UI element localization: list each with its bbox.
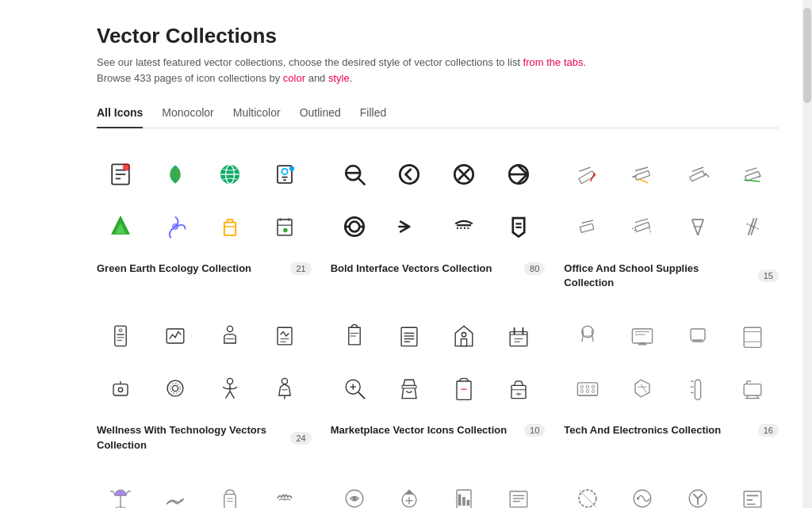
svg-point-141 xyxy=(587,386,590,389)
icon-cell xyxy=(97,203,144,250)
icon-cell xyxy=(331,475,378,508)
tab-multicolor[interactable]: Multicolor xyxy=(233,101,281,128)
svg-line-114 xyxy=(358,393,364,399)
collection-name: Bold Interface Vectors Collection xyxy=(331,262,518,276)
svg-rect-119 xyxy=(511,386,526,399)
icon-cell xyxy=(331,203,378,250)
subtitle-line1: See our latest featured vector collectio… xyxy=(97,56,586,68)
svg-point-4 xyxy=(123,164,130,171)
icon-cell xyxy=(385,312,433,360)
svg-line-63 xyxy=(582,220,593,223)
svg-point-90 xyxy=(173,386,178,392)
svg-line-53 xyxy=(638,178,649,182)
tab-monocolor[interactable]: Monocolor xyxy=(162,101,213,128)
svg-rect-101 xyxy=(401,328,417,346)
svg-point-26 xyxy=(284,228,288,232)
svg-point-107 xyxy=(462,333,465,337)
icon-cell xyxy=(206,151,254,198)
icon-cell xyxy=(206,312,254,360)
tab-all-icons[interactable]: All Icons xyxy=(97,101,143,128)
svg-rect-80 xyxy=(167,329,184,343)
icon-cell xyxy=(440,365,488,412)
icon-cell xyxy=(674,312,722,360)
svg-line-70 xyxy=(698,220,703,235)
collection-name: Green Earth Ecology Collection xyxy=(97,262,284,276)
svg-point-144 xyxy=(592,390,596,393)
svg-rect-62 xyxy=(580,223,595,232)
svg-line-59 xyxy=(745,168,756,172)
collection-footer: Green Earth Ecology Collection 21 xyxy=(97,262,312,276)
collection-name: Tech And Electronics Collection xyxy=(564,423,751,437)
svg-line-201 xyxy=(580,490,597,507)
icon-cell xyxy=(261,203,308,250)
svg-point-76 xyxy=(119,329,122,332)
svg-line-65 xyxy=(635,219,648,223)
icon-cell xyxy=(151,203,199,250)
svg-rect-127 xyxy=(633,329,653,343)
svg-rect-150 xyxy=(744,384,761,395)
icon-cell xyxy=(97,151,144,198)
svg-point-142 xyxy=(587,390,590,393)
subtitle-line2: Browse 433 pages of icon collections by … xyxy=(97,72,352,84)
collection-footer: Marketplace Vector Icons Collection 10 xyxy=(331,423,546,437)
icon-cell xyxy=(495,312,542,360)
tab-filled[interactable]: Filled xyxy=(360,101,386,128)
collection-card: Interface Vectors Collection xyxy=(331,475,546,508)
svg-point-87 xyxy=(118,388,122,392)
svg-point-96 xyxy=(282,379,288,384)
svg-point-10 xyxy=(282,169,288,174)
svg-point-143 xyxy=(592,386,596,389)
icon-cell xyxy=(261,151,308,198)
icon-cell xyxy=(206,203,254,250)
svg-line-95 xyxy=(230,392,234,399)
collection-count: 10 xyxy=(524,424,545,437)
svg-line-60 xyxy=(758,176,761,178)
collection-count: 15 xyxy=(758,269,779,282)
svg-rect-132 xyxy=(691,329,705,340)
svg-rect-54 xyxy=(689,171,704,181)
icon-cell xyxy=(440,203,488,250)
icon-cell xyxy=(619,475,666,508)
collection-card: Mixed Icons Collection xyxy=(564,475,779,508)
icon-cell xyxy=(97,312,144,360)
icon-cell xyxy=(674,365,722,412)
icon-cell xyxy=(385,365,433,412)
svg-line-47 xyxy=(580,167,591,171)
svg-rect-184 xyxy=(510,491,527,507)
collections-grid: Green Earth Ecology Collection 21 xyxy=(97,151,779,508)
icon-cell xyxy=(495,151,542,198)
svg-rect-17 xyxy=(224,223,236,235)
scrollbar-thumb[interactable] xyxy=(803,8,811,103)
scrollbar[interactable] xyxy=(802,0,812,508)
svg-line-121 xyxy=(522,381,523,385)
page-container: Vector Collections See our latest featur… xyxy=(17,0,795,508)
icon-cell xyxy=(619,151,666,198)
svg-point-176 xyxy=(352,496,356,500)
icon-cell xyxy=(331,365,378,412)
icon-cell xyxy=(331,312,378,360)
icon-cell xyxy=(206,475,254,508)
svg-rect-50 xyxy=(635,170,650,180)
icon-cell xyxy=(564,365,611,412)
icon-cell xyxy=(151,475,199,508)
icon-cell xyxy=(619,365,666,412)
collection-name: Marketplace Vector Icons Collection xyxy=(331,423,518,437)
svg-rect-135 xyxy=(744,328,761,348)
collection-name: Office And School Supplies Collection xyxy=(564,262,751,290)
page-subtitle: See our latest featured vector collectio… xyxy=(97,55,779,86)
icon-grid xyxy=(331,475,546,508)
icon-grid xyxy=(97,475,312,508)
icon-cell xyxy=(619,203,666,250)
collection-count: 80 xyxy=(524,262,545,275)
svg-line-51 xyxy=(635,167,648,171)
svg-line-29 xyxy=(358,178,364,184)
icon-cell xyxy=(206,365,254,412)
collection-card: Tech And Electronics Collection 16 xyxy=(564,312,779,452)
tab-outlined[interactable]: Outlined xyxy=(300,101,341,128)
svg-rect-22 xyxy=(278,220,292,235)
svg-point-91 xyxy=(170,384,181,394)
icon-grid xyxy=(97,151,312,250)
svg-rect-86 xyxy=(113,384,128,395)
collection-footer: Office And School Supplies Collection 15 xyxy=(564,262,779,290)
svg-rect-64 xyxy=(635,222,650,231)
